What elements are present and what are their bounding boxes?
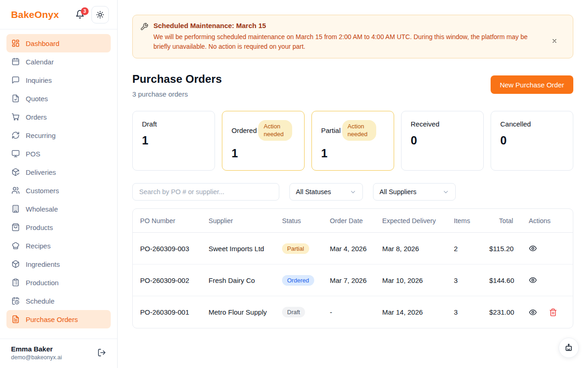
sidebar-item-ingredients[interactable]: Ingredients (6, 255, 111, 273)
ingredients-icon (11, 260, 20, 268)
supplier-name: Metro Flour Supply (209, 308, 282, 316)
stat-label: Partial (321, 126, 341, 134)
production-icon (11, 278, 20, 287)
stat-value: 1 (142, 134, 205, 147)
purchase-orders-table: PO NumberSupplierStatusOrder DateExpecte… (132, 208, 573, 328)
sidebar-item-label: Calendar (26, 58, 54, 66)
app-logo: BakeOnyx (11, 9, 59, 20)
products-icon (11, 223, 20, 231)
deliveries-icon (11, 168, 20, 176)
view-button[interactable] (529, 276, 537, 284)
stats-row: Draft 1 Ordered Action needed 1 Partial … (132, 111, 573, 171)
table-row: PO-260309-002 Fresh Dairy Co Ordered Mar… (133, 264, 573, 296)
main-content: Scheduled Maintenance: March 15 We will … (118, 0, 588, 368)
status-badge: Draft (282, 307, 305, 317)
column-header-items: Items (454, 217, 489, 224)
column-header-expected-delivery: Expected Delivery (382, 217, 454, 224)
sidebar-item-label: Recipes (26, 242, 51, 250)
order-date: - (330, 308, 382, 316)
notifications-button[interactable]: 3 (75, 10, 85, 20)
calendar-icon (11, 58, 20, 66)
eye-icon (529, 244, 537, 253)
eye-icon (529, 276, 537, 284)
stat-card-partial[interactable]: Partial Action needed 1 (311, 111, 394, 171)
sidebar-item-label: Products (26, 224, 53, 231)
po-number: PO-260309-002 (133, 276, 209, 284)
user-name: Emma Baker (11, 345, 62, 353)
table-row: PO-260309-003 Sweet Imports Ltd Partial … (133, 233, 573, 264)
theme-toggle-button[interactable] (91, 6, 109, 23)
items-count: 2 (454, 245, 489, 253)
sidebar-item-label: POS (26, 150, 40, 158)
sidebar-item-label: Orders (26, 113, 47, 121)
stat-card-draft[interactable]: Draft 1 (132, 111, 215, 171)
sidebar-item-recurring[interactable]: Recurring (6, 126, 111, 144)
sidebar-item-products[interactable]: Products (6, 218, 111, 236)
column-header-status: Status (282, 217, 330, 224)
close-icon (551, 38, 558, 44)
sidebar-footer: Emma Baker demo@bakeonyx.ai (0, 339, 117, 368)
supplier-name: Fresh Dairy Co (209, 276, 282, 284)
total-amount: $231.00 (489, 308, 513, 316)
sun-icon (96, 11, 104, 19)
quotes-icon (11, 94, 20, 103)
expected-delivery: Mar 10, 2026 (382, 276, 454, 284)
status-badge: Ordered (282, 275, 314, 286)
total-amount: $115.20 (489, 245, 513, 253)
sidebar-item-deliveries[interactable]: Deliveries (6, 163, 111, 181)
dashboard-icon (11, 39, 20, 47)
delete-button[interactable] (549, 308, 557, 316)
chevron-down-icon (350, 189, 356, 196)
po-number: PO-260309-001 (133, 308, 209, 316)
recurring-icon (11, 131, 20, 139)
column-header-supplier: Supplier (209, 217, 282, 224)
supplier-filter-select[interactable]: All Suppliers (373, 183, 456, 201)
sidebar-item-label: Quotes (26, 95, 48, 103)
sidebar-item-quotes[interactable]: Quotes (6, 89, 111, 108)
sidebar-item-dashboard[interactable]: Dashboard (6, 34, 111, 52)
column-header-total: Total (489, 217, 513, 224)
stat-card-ordered[interactable]: Ordered Action needed 1 (222, 111, 305, 171)
sidebar-item-label: Production (26, 279, 59, 287)
banner-close-button[interactable] (551, 37, 558, 44)
sidebar: BakeOnyx 3 Dashboard Calendar Inquiries … (0, 0, 118, 368)
status-filter-value: All Statuses (296, 188, 331, 196)
sidebar-item-pos[interactable]: POS (6, 144, 111, 163)
column-header-po-number: PO Number (133, 217, 209, 224)
notification-badge: 3 (81, 7, 89, 15)
sidebar-item-recipes[interactable]: Recipes (6, 236, 111, 255)
sidebar-item-production[interactable]: Production (6, 273, 111, 292)
stat-value: 0 (411, 134, 474, 147)
trash-icon (549, 308, 557, 316)
logout-button[interactable] (97, 348, 106, 357)
purchase-orders-icon (11, 315, 20, 323)
stat-card-received[interactable]: Received 0 (401, 111, 484, 171)
view-button[interactable] (529, 308, 537, 316)
sidebar-item-label: Ingredients (26, 260, 60, 268)
items-count: 3 (454, 308, 489, 316)
view-button[interactable] (529, 244, 537, 253)
expected-delivery: Mar 8, 2026 (382, 245, 454, 253)
sidebar-item-orders[interactable]: Orders (6, 108, 111, 126)
sidebar-item-calendar[interactable]: Calendar (6, 52, 111, 71)
sidebar-item-schedule[interactable]: Schedule (6, 292, 111, 310)
action-needed-badge: Action needed (342, 120, 376, 141)
status-badge: Partial (282, 243, 309, 254)
status-filter-select[interactable]: All Statuses (289, 183, 363, 201)
search-input[interactable] (132, 183, 279, 201)
new-purchase-order-button[interactable]: New Purchase Order (491, 75, 573, 94)
sidebar-item-label: Customers (26, 187, 59, 195)
sidebar-item-label: Schedule (26, 297, 55, 305)
expected-delivery: Mar 14, 2026 (382, 308, 454, 316)
sidebar-item-purchase-orders[interactable]: Purchase Orders (6, 310, 111, 328)
column-header-order-date: Order Date (330, 217, 382, 224)
stat-card-cancelled[interactable]: Cancelled 0 (491, 111, 573, 171)
sidebar-item-wholesale[interactable]: Wholesale (6, 200, 111, 218)
sidebar-item-inquiries[interactable]: Inquiries (6, 71, 111, 89)
sidebar-item-label: Wholesale (26, 205, 58, 213)
sidebar-item-customers[interactable]: Customers (6, 181, 111, 200)
maintenance-banner: Scheduled Maintenance: March 15 We will … (132, 15, 573, 58)
table-body: PO-260309-003 Sweet Imports Ltd Partial … (133, 233, 573, 328)
column-header-actions: Actions (513, 217, 573, 224)
assistant-fab[interactable] (559, 338, 579, 358)
